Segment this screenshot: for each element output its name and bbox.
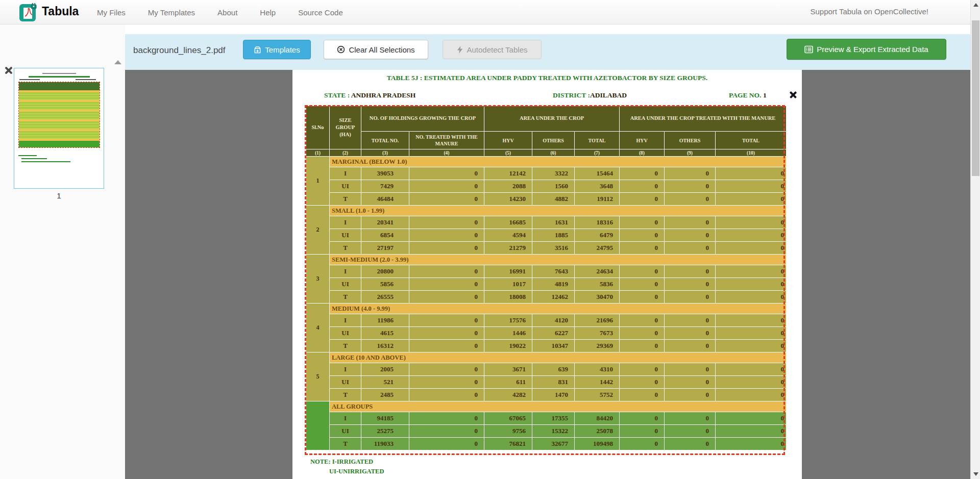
nav-item-my-templates[interactable]: My Templates bbox=[148, 8, 195, 17]
pdf-note-line1: NOTE: I-IRRIGATED bbox=[310, 458, 373, 466]
window-scrollbar[interactable] bbox=[970, 0, 980, 479]
tabula-logo-icon bbox=[19, 3, 38, 21]
thumb-title-line bbox=[42, 73, 76, 74]
district-field: DISTRICT :ADILABAD bbox=[553, 91, 627, 99]
thumbnail-mini-table bbox=[18, 82, 100, 148]
scrollbar-down-icon[interactable] bbox=[973, 472, 978, 476]
preview-export-label: Preview & Export Extracted Data bbox=[817, 45, 928, 54]
autodetect-label: Autodetect Tables bbox=[467, 45, 528, 54]
thumb-note-line bbox=[21, 161, 70, 162]
thumb-note-line bbox=[21, 158, 47, 159]
nav-item-source-code[interactable]: Source Code bbox=[298, 8, 343, 17]
page-thumbnail[interactable] bbox=[14, 68, 104, 189]
brand-title[interactable]: Tabula bbox=[42, 5, 79, 18]
autodetect-icon bbox=[457, 46, 463, 54]
pdf-note-line2: UI-UNIRRIGATED bbox=[329, 468, 384, 475]
navbar: Tabula My Files My Templates About Help … bbox=[0, 0, 970, 24]
state-field: STATE : ANDHRA PRADESH bbox=[324, 91, 415, 99]
scrollbar-up-icon[interactable] bbox=[973, 3, 978, 7]
templates-icon bbox=[254, 46, 261, 54]
clear-selections-label: Clear All Selections bbox=[349, 45, 414, 54]
thumb-subtitle-line bbox=[29, 76, 90, 78]
autodetect-tables-button: Autodetect Tables bbox=[443, 40, 542, 59]
thumb-pageno-line bbox=[76, 79, 96, 80]
pdf-table-title: TABLE 5J : ESTIMATED AREA UNDER PADDY TR… bbox=[292, 74, 802, 82]
preview-export-button[interactable]: Preview & Export Extracted Data bbox=[787, 39, 946, 60]
support-link[interactable]: Support Tabula on OpenCollective! bbox=[810, 7, 928, 16]
thumbnail-page-number: 1 bbox=[14, 191, 104, 200]
clear-all-selections-button[interactable]: Clear All Selections bbox=[324, 40, 428, 59]
nav-item-my-files[interactable]: My Files bbox=[97, 8, 126, 17]
thumb-note-line bbox=[18, 155, 37, 156]
table-selection[interactable] bbox=[305, 105, 785, 455]
templates-button-label: Templates bbox=[265, 45, 300, 54]
page-no-field: PAGE NO. 1 bbox=[729, 91, 767, 99]
nav-item-about[interactable]: About bbox=[217, 8, 237, 17]
selection-close-icon[interactable] bbox=[789, 91, 797, 99]
nav-item-help[interactable]: Help bbox=[260, 8, 276, 17]
sidebar-scroll-up-icon[interactable] bbox=[114, 60, 121, 64]
toolbar: background_lines_2.pdf Templates Clear A… bbox=[125, 34, 970, 70]
nav-menu: My Files My Templates About Help Source … bbox=[97, 0, 343, 24]
document-viewport: TABLE 5J : ESTIMATED AREA UNDER PADDY TR… bbox=[125, 70, 970, 479]
close-file-icon[interactable] bbox=[4, 65, 14, 75]
scrollbar-thumb[interactable] bbox=[972, 20, 979, 176]
templates-button[interactable]: Templates bbox=[243, 40, 311, 59]
thumbnail-sidebar: 1 bbox=[0, 24, 125, 479]
pdf-page[interactable]: TABLE 5J : ESTIMATED AREA UNDER PADDY TR… bbox=[292, 70, 802, 479]
export-data-icon bbox=[804, 45, 813, 54]
open-filename: background_lines_2.pdf bbox=[133, 45, 226, 56]
thumb-state-line bbox=[19, 79, 40, 80]
clear-selections-icon bbox=[337, 45, 345, 54]
